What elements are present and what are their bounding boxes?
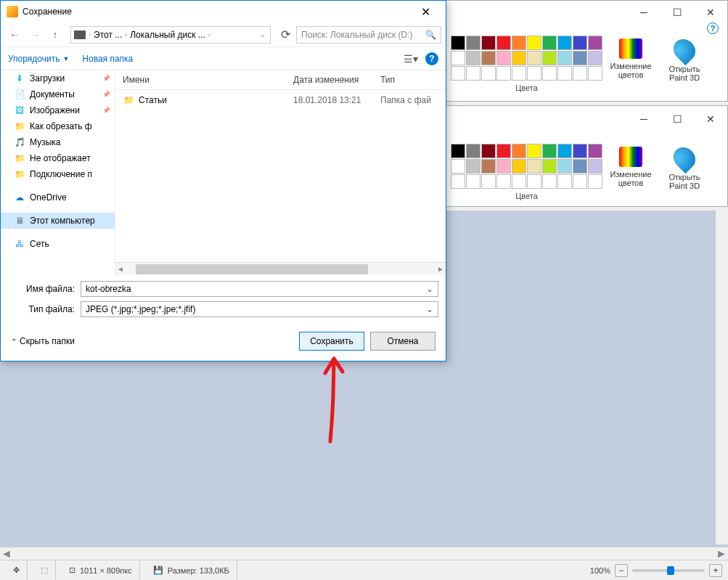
color-swatch[interactable] <box>527 159 541 173</box>
refresh-button[interactable]: ⟳ <box>277 28 295 41</box>
color-swatch[interactable] <box>542 144 557 158</box>
folder-tree[interactable]: ⬇Загрузки📄Документы🖼Изображени📁Как обрез… <box>1 70 115 275</box>
tree-item[interactable]: 📄Документы <box>1 86 115 102</box>
color-swatch[interactable] <box>527 144 541 158</box>
save-button[interactable]: Сохранить <box>299 332 364 351</box>
help-icon[interactable]: ? <box>707 23 719 34</box>
color-swatch[interactable] <box>588 51 602 65</box>
zoom-in-button[interactable]: + <box>709 564 722 577</box>
zoom-out-button[interactable]: − <box>615 564 628 577</box>
back-button[interactable]: ← <box>5 25 24 44</box>
zoom-slider[interactable] <box>632 569 705 572</box>
color-swatch[interactable] <box>451 36 465 50</box>
forward-button[interactable]: → <box>25 25 44 44</box>
color-swatch[interactable] <box>557 159 572 173</box>
help-icon[interactable]: ? <box>425 52 438 65</box>
cancel-button[interactable]: Отмена <box>370 332 435 351</box>
color-swatch[interactable] <box>481 66 496 81</box>
close-icon[interactable]: ✕ <box>694 109 727 129</box>
tree-item[interactable]: 📁Как обрезать ф <box>1 118 115 134</box>
color-swatch[interactable] <box>542 51 557 65</box>
color-swatch[interactable] <box>542 159 557 173</box>
paint3d-button[interactable]: Открыть Paint 3D <box>659 36 710 85</box>
color-swatch[interactable] <box>573 51 587 65</box>
tree-item[interactable]: 🖧Сеть <box>1 236 115 252</box>
color-swatch[interactable] <box>512 36 526 50</box>
tree-item[interactable]: 📁Подключение п <box>1 166 115 182</box>
hide-folders-button[interactable]: ⌃Скрыть папки <box>11 336 75 346</box>
new-folder-button[interactable]: Новая папка <box>82 54 133 64</box>
tree-item[interactable]: ☁OneDrive <box>1 189 115 205</box>
color-swatch[interactable] <box>451 51 465 65</box>
filename-input[interactable]: kot-obrezka <box>81 281 438 297</box>
tree-item[interactable]: 🖼Изображени <box>1 102 115 118</box>
color-swatch[interactable] <box>466 159 480 173</box>
file-scrollbar[interactable]: ◄► <box>115 262 446 275</box>
color-swatch[interactable] <box>512 174 526 189</box>
col-type[interactable]: Тип <box>380 75 438 85</box>
col-date[interactable]: Дата изменения <box>293 75 380 85</box>
color-swatch[interactable] <box>557 174 572 189</box>
minimize-icon[interactable]: ─ <box>627 109 660 129</box>
color-swatch[interactable] <box>557 51 572 65</box>
color-swatch[interactable] <box>466 36 480 50</box>
color-palette[interactable] <box>451 144 602 189</box>
maximize-icon[interactable]: ☐ <box>660 2 694 23</box>
color-swatch[interactable] <box>527 36 541 50</box>
color-swatch[interactable] <box>573 159 587 173</box>
search-input[interactable]: Поиск: Локальный диск (D:) 🔍 <box>296 26 441 44</box>
paint3d-button[interactable]: Открыть Paint 3D <box>659 144 710 193</box>
color-swatch[interactable] <box>588 174 602 189</box>
color-swatch[interactable] <box>527 51 541 65</box>
color-swatch[interactable] <box>481 174 496 189</box>
color-swatch[interactable] <box>496 174 511 189</box>
file-row[interactable]: 📁Статьи18.01.2018 13:21Папка с фай <box>115 90 446 110</box>
edit-colors-button[interactable]: Изменение цветов <box>605 144 656 190</box>
tree-item[interactable]: 🎵Музыка <box>1 134 115 150</box>
color-swatch[interactable] <box>466 51 480 65</box>
horizontal-scrollbar[interactable]: ◄► <box>0 547 728 560</box>
tree-item[interactable]: 📁Не отображает <box>1 150 115 166</box>
color-swatch[interactable] <box>527 174 541 189</box>
color-swatch[interactable] <box>542 36 557 50</box>
color-swatch[interactable] <box>512 51 526 65</box>
color-swatch[interactable] <box>573 36 587 50</box>
minimize-icon[interactable]: ─ <box>627 2 660 23</box>
color-swatch[interactable] <box>481 36 496 50</box>
color-swatch[interactable] <box>466 66 480 81</box>
maximize-icon[interactable]: ☐ <box>660 109 694 129</box>
color-swatch[interactable] <box>481 159 496 173</box>
color-swatch[interactable] <box>466 144 480 158</box>
color-swatch[interactable] <box>542 66 557 81</box>
tree-item[interactable]: ⬇Загрузки <box>1 70 115 86</box>
color-swatch[interactable] <box>588 66 602 81</box>
color-swatch[interactable] <box>557 144 572 158</box>
filetype-select[interactable]: JPEG (*.jpg;*.jpeg;*.jpe;*.jfif) <box>81 301 438 317</box>
color-swatch[interactable] <box>588 144 602 158</box>
color-swatch[interactable] <box>451 159 465 173</box>
tree-item[interactable]: 🖥Этот компьютер <box>1 213 115 229</box>
color-swatch[interactable] <box>573 174 587 189</box>
col-name[interactable]: Имени <box>123 75 293 85</box>
color-swatch[interactable] <box>512 159 526 173</box>
color-swatch[interactable] <box>557 66 572 81</box>
up-button[interactable]: ↑ <box>46 25 65 44</box>
vertical-scrollbar[interactable] <box>715 211 728 544</box>
color-swatch[interactable] <box>451 144 465 158</box>
color-swatch[interactable] <box>496 51 511 65</box>
color-swatch[interactable] <box>542 174 557 189</box>
close-icon[interactable]: ✕ <box>411 5 440 19</box>
color-swatch[interactable] <box>588 159 602 173</box>
color-swatch[interactable] <box>481 51 496 65</box>
organize-button[interactable]: Упорядочить▼ <box>8 54 69 64</box>
color-swatch[interactable] <box>512 66 526 81</box>
color-palette[interactable] <box>451 36 602 81</box>
close-icon[interactable]: ✕ <box>694 2 727 23</box>
view-options-button[interactable]: ☰▾ <box>404 53 418 65</box>
color-swatch[interactable] <box>451 66 465 81</box>
color-swatch[interactable] <box>588 36 602 50</box>
color-swatch[interactable] <box>496 159 511 173</box>
color-swatch[interactable] <box>573 66 587 81</box>
color-swatch[interactable] <box>481 144 496 158</box>
color-swatch[interactable] <box>451 174 465 189</box>
